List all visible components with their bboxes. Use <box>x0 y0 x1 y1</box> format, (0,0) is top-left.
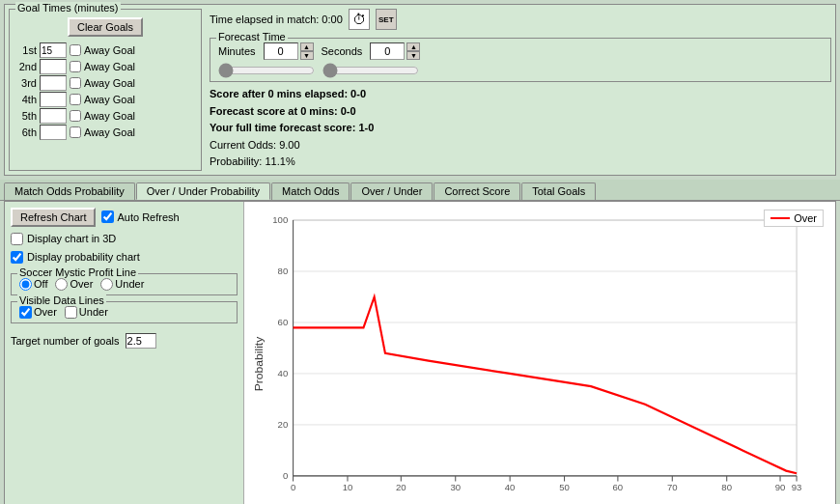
minutes-input[interactable] <box>264 42 298 60</box>
timer-icon[interactable]: ⏱ <box>349 9 370 30</box>
seconds-slider[interactable] <box>322 64 419 77</box>
x-tick-10: 10 <box>343 482 353 492</box>
minutes-label: Minutes <box>218 45 256 57</box>
set-icon[interactable]: SET <box>376 9 397 30</box>
away-goal-check-5th[interactable] <box>70 110 81 122</box>
score-info: Score after 0 mins elapsed: 0-0 Forecast… <box>210 86 831 171</box>
away-goal-check-6th[interactable] <box>70 126 81 138</box>
display-3d-label: Display chart in 3D <box>27 233 116 244</box>
minutes-up-btn[interactable]: ▲ <box>300 42 314 51</box>
seconds-input[interactable] <box>370 42 405 60</box>
goal-row-6th: 6th Away Goal <box>17 125 193 140</box>
goal-input-1st[interactable] <box>40 42 67 58</box>
visible-under-label: Under <box>79 306 108 318</box>
forecast-time-row: Minutes ▲ ▼ Seconds ▲ ▼ <box>218 42 823 60</box>
away-goal-check-1st[interactable] <box>70 44 81 56</box>
display-probability-check[interactable] <box>11 251 23 264</box>
x-tick-0: 0 <box>291 482 296 492</box>
profit-radio-row: Off Over Under <box>19 278 229 291</box>
profit-off-item: Off <box>19 278 47 291</box>
goal-input-6th[interactable] <box>40 125 67 140</box>
main-content: Refresh Chart Auto Refresh Display chart… <box>4 201 836 504</box>
tab-over-under[interactable]: Over / Under <box>350 182 433 200</box>
x-tick-60: 60 <box>613 482 624 492</box>
y-tick-100: 100 <box>272 214 289 225</box>
goal-input-3rd[interactable] <box>40 75 67 91</box>
top-section: Goal Times (minutes) Clear Goals 1st Awa… <box>4 4 836 176</box>
goal-row-6th-label: 6th <box>17 126 37 138</box>
score-after: Score after 0 mins elapsed: 0-0 <box>210 86 831 103</box>
goal-row-3rd: 3rd Away Goal <box>17 75 193 91</box>
profit-over-label: Over <box>70 278 93 290</box>
tabs-row: Match Odds Probability Over / Under Prob… <box>0 180 840 201</box>
target-goals-row: Target number of goals <box>11 333 238 349</box>
goal-row-3rd-label: 3rd <box>17 77 37 89</box>
time-elapsed-row: Time elapsed in match: 0:00 ⏱ SET <box>210 9 831 30</box>
away-goal-label-2nd: Away Goal <box>84 61 135 72</box>
visible-under-check[interactable] <box>65 306 77 319</box>
away-goal-label-6th: Away Goal <box>84 126 135 138</box>
refresh-chart-button[interactable]: Refresh Chart <box>11 208 96 227</box>
goal-row-1st-label: 1st <box>17 44 37 56</box>
probability: Probability: 11.1% <box>210 154 831 171</box>
seconds-spinner: ▲ ▼ <box>370 42 420 60</box>
goal-row-1st: 1st Away Goal <box>17 42 193 58</box>
auto-refresh-label: Auto Refresh <box>117 211 179 223</box>
y-axis-label: Probability <box>252 337 266 392</box>
chart-area: Over Probability 0 20 40 60 80 100 0 <box>244 202 835 504</box>
profit-under-label: Under <box>115 278 144 290</box>
target-goals-label: Target number of goals <box>11 335 120 347</box>
auto-refresh-check[interactable] <box>101 210 114 223</box>
away-goal-check-3rd[interactable] <box>70 77 81 89</box>
tab-total-goals[interactable]: Total Goals <box>521 182 596 200</box>
goal-times-legend: Goal Times (minutes) <box>15 2 121 14</box>
visible-lines-group: Visible Data Lines Over Under <box>11 301 238 323</box>
time-elapsed-label: Time elapsed in match: 0:00 <box>210 14 343 25</box>
forecast-section: Time elapsed in match: 0:00 ⏱ SET Foreca… <box>210 9 831 171</box>
minutes-slider[interactable] <box>218 64 315 77</box>
away-goal-label-4th: Away Goal <box>84 94 135 105</box>
profit-under-radio[interactable] <box>100 278 113 291</box>
seconds-up-btn[interactable]: ▲ <box>406 42 420 51</box>
target-goals-input[interactable] <box>126 333 156 349</box>
minutes-spinner-btns: ▲ ▼ <box>300 42 314 60</box>
full-time-forecast: Your full time forecast score: 1-0 <box>210 120 831 137</box>
profit-off-radio[interactable] <box>19 278 32 291</box>
away-goal-label-3rd: Away Goal <box>84 77 135 89</box>
profit-over-radio[interactable] <box>55 278 68 291</box>
y-tick-40: 40 <box>278 368 289 378</box>
display-3d-check[interactable] <box>11 233 23 245</box>
x-tick-20: 20 <box>396 482 406 492</box>
minutes-down-btn[interactable]: ▼ <box>300 51 314 60</box>
goal-input-2nd[interactable] <box>40 59 67 74</box>
goal-input-4th[interactable] <box>40 92 67 107</box>
forecast-time-legend: Forecast Time <box>216 31 288 42</box>
away-goal-label-5th: Away Goal <box>84 110 135 122</box>
x-tick-90: 90 <box>775 482 786 492</box>
seconds-spinner-btns: ▲ ▼ <box>406 42 420 60</box>
x-tick-70: 70 <box>667 482 678 492</box>
minutes-spinner: ▲ ▼ <box>264 42 314 60</box>
forecast-score: Forecast score at 0 mins: 0-0 <box>210 103 831 121</box>
tab-match-odds-probability[interactable]: Match Odds Probability <box>4 182 135 200</box>
tab-match-odds[interactable]: Match Odds <box>271 182 350 200</box>
tab-correct-score[interactable]: Correct Score <box>434 182 520 200</box>
x-tick-50: 50 <box>559 482 570 492</box>
y-tick-80: 80 <box>278 266 289 276</box>
goal-row-4th-label: 4th <box>17 94 37 105</box>
current-odds: Current Odds: 9.00 <box>210 137 831 154</box>
forecast-time-group: Forecast Time Minutes ▲ ▼ Seconds ▲ ▼ <box>210 38 831 82</box>
away-goal-check-4th[interactable] <box>70 94 81 105</box>
away-goal-check-2nd[interactable] <box>70 61 81 72</box>
visible-over-check[interactable] <box>19 306 32 319</box>
seconds-label: Seconds <box>322 45 363 57</box>
goal-input-5th[interactable] <box>40 108 67 124</box>
goal-times-group: Goal Times (minutes) Clear Goals 1st Awa… <box>9 9 202 171</box>
y-tick-20: 20 <box>278 419 289 430</box>
y-tick-60: 60 <box>278 317 289 327</box>
tab-over-under-probability[interactable]: Over / Under Probability <box>136 182 270 200</box>
visible-under-item: Under <box>65 306 108 319</box>
clear-goals-button[interactable]: Clear Goals <box>68 17 143 37</box>
seconds-down-btn[interactable]: ▼ <box>406 51 420 60</box>
legend-over-label: Over <box>794 212 817 224</box>
